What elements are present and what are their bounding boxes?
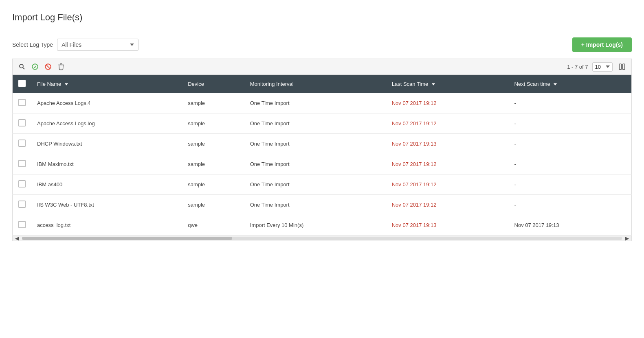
pagination-area: 1 - 7 of 7 10 <box>567 61 627 72</box>
enable-button[interactable] <box>30 61 40 72</box>
cell-last-scan-time: Nov 07 2017 19:13 <box>386 215 509 236</box>
last-scan-sort-icon <box>432 83 435 85</box>
cell-last-scan-time: Nov 07 2017 19:12 <box>386 174 509 195</box>
cell-file-name: IIS W3C Web - UTF8.txt <box>31 195 182 215</box>
cell-file-name: Apache Access Logs.4 <box>31 93 182 113</box>
cell-device: sample <box>182 113 244 134</box>
cell-next-scan-time: - <box>509 174 632 195</box>
log-type-dropdown[interactable]: All Files <box>57 39 138 51</box>
cell-next-scan-time: - <box>509 154 632 174</box>
row-checkbox-cell[interactable] <box>13 154 32 174</box>
cell-device: sample <box>182 195 244 215</box>
row-checkbox-cell[interactable] <box>13 113 32 134</box>
row-checkbox-cell[interactable] <box>13 195 32 215</box>
svg-line-4 <box>46 65 50 69</box>
cell-file-name: IBM Maximo.txt <box>31 154 182 174</box>
per-page-dropdown[interactable]: 10 <box>592 62 613 72</box>
row-checkbox[interactable] <box>18 221 26 228</box>
log-type-value: All Files <box>62 41 81 48</box>
chevron-down-icon <box>130 44 134 46</box>
row-checkbox[interactable] <box>18 201 26 208</box>
col-header-last-scan-time[interactable]: Last Scan Time <box>386 75 509 94</box>
log-files-table: File Name Device Monitoring Interval Las… <box>12 74 632 236</box>
columns-icon <box>618 63 626 70</box>
ban-icon <box>44 63 52 70</box>
cell-next-scan-time: - <box>509 134 632 154</box>
file-name-sort-icon <box>65 83 68 85</box>
horizontal-scrollbar[interactable]: ◀ ▶ <box>12 236 632 241</box>
cell-next-scan-time: - <box>509 93 632 113</box>
row-checkbox-cell[interactable] <box>13 215 32 236</box>
cell-device: sample <box>182 174 244 195</box>
cell-monitoring-interval: One Time Import <box>244 174 386 195</box>
cell-next-scan-time: - <box>509 113 632 134</box>
pagination-info: 1 - 7 of 7 <box>567 64 588 70</box>
col-header-next-scan-time[interactable]: Next Scan time <box>509 75 632 94</box>
cell-monitoring-interval: One Time Import <box>244 154 386 174</box>
header-checkbox-cell[interactable] <box>13 75 32 94</box>
check-circle-icon <box>31 63 39 70</box>
header-checkbox[interactable] <box>18 80 26 87</box>
row-checkbox[interactable] <box>18 99 26 106</box>
cell-device: sample <box>182 154 244 174</box>
cell-next-scan-time: - <box>509 195 632 215</box>
cell-last-scan-time: Nov 07 2017 19:12 <box>386 195 509 215</box>
col-header-file-name[interactable]: File Name <box>31 75 182 94</box>
import-logs-button[interactable]: + Import Log(s) <box>572 37 632 52</box>
table-row: IBM Maximo.txtsampleOne Time ImportNov 0… <box>13 154 632 174</box>
row-checkbox[interactable] <box>18 160 26 167</box>
cell-next-scan-time: Nov 07 2017 19:13 <box>509 215 632 236</box>
row-checkbox[interactable] <box>18 140 26 147</box>
svg-line-1 <box>23 68 24 69</box>
cell-file-name: IBM as400 <box>31 174 182 195</box>
scroll-track[interactable] <box>22 237 622 240</box>
action-icons <box>17 61 66 72</box>
cell-last-scan-time: Nov 07 2017 19:12 <box>386 113 509 134</box>
table-header-row: File Name Device Monitoring Interval Las… <box>13 75 632 94</box>
columns-button[interactable] <box>617 61 627 72</box>
log-type-selector: Select Log Type All Files <box>12 39 138 51</box>
trash-icon <box>57 63 65 70</box>
action-bar: 1 - 7 of 7 10 <box>12 59 632 74</box>
row-checkbox[interactable] <box>18 119 26 126</box>
row-checkbox-cell[interactable] <box>13 174 32 195</box>
cell-monitoring-interval: One Time Import <box>244 134 386 154</box>
search-button[interactable] <box>17 61 27 72</box>
cell-device: sample <box>182 134 244 154</box>
col-header-device: Device <box>182 75 244 94</box>
top-toolbar: Select Log Type All Files + Import Log(s… <box>12 37 632 52</box>
log-type-label: Select Log Type <box>12 41 53 48</box>
cell-last-scan-time: Nov 07 2017 19:12 <box>386 93 509 113</box>
cell-file-name: Apache Access Logs.log <box>31 113 182 134</box>
cell-device: sample <box>182 93 244 113</box>
row-checkbox[interactable] <box>18 180 26 188</box>
table-row: DHCP Windows.txtsampleOne Time ImportNov… <box>13 134 632 154</box>
table-row: access_log.txtqweImport Every 10 Min(s)N… <box>13 215 632 236</box>
cell-monitoring-interval: Import Every 10 Min(s) <box>244 215 386 236</box>
table-row: IBM as400sampleOne Time ImportNov 07 201… <box>13 174 632 195</box>
svg-point-0 <box>20 64 23 68</box>
cell-last-scan-time: Nov 07 2017 19:13 <box>386 134 509 154</box>
disable-button[interactable] <box>43 61 53 72</box>
scroll-thumb[interactable] <box>22 237 232 240</box>
table-row: IIS W3C Web - UTF8.txtsampleOne Time Imp… <box>13 195 632 215</box>
delete-button[interactable] <box>56 61 66 72</box>
scroll-left-button[interactable]: ◀ <box>13 236 20 241</box>
cell-monitoring-interval: One Time Import <box>244 195 386 215</box>
per-page-value: 10 <box>595 64 601 70</box>
cell-file-name: access_log.txt <box>31 215 182 236</box>
scroll-right-button[interactable]: ▶ <box>624 236 631 241</box>
col-header-monitoring-interval: Monitoring Interval <box>244 75 386 94</box>
cell-monitoring-interval: One Time Import <box>244 93 386 113</box>
cell-last-scan-time: Nov 07 2017 19:12 <box>386 154 509 174</box>
table-row: Apache Access Logs.logsampleOne Time Imp… <box>13 113 632 134</box>
scroll-arrows: ◀ ▶ <box>13 236 631 241</box>
svg-rect-6 <box>623 64 625 70</box>
table-row: Apache Access Logs.4sampleOne Time Impor… <box>13 93 632 113</box>
row-checkbox-cell[interactable] <box>13 93 32 113</box>
next-scan-sort-icon <box>554 83 557 85</box>
per-page-chevron-icon <box>606 65 610 68</box>
page-title: Import Log File(s) <box>12 12 632 29</box>
svg-rect-5 <box>619 64 621 70</box>
row-checkbox-cell[interactable] <box>13 134 32 154</box>
